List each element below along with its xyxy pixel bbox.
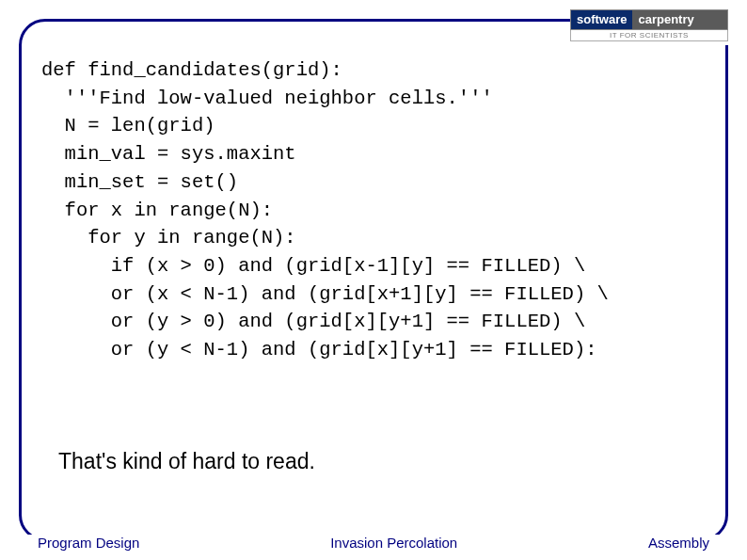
slide-footer: Program Design Invasion Percolation Asse… (0, 535, 747, 551)
code-line-1: def find_candidates(grid): (41, 59, 342, 81)
logo-top-row: software carpentry (570, 9, 728, 30)
logo-tagline: IT FOR SCIENTISTS (570, 30, 728, 41)
logo-word-software: software (571, 10, 632, 29)
code-line-5: min_set = set() (41, 171, 238, 193)
code-line-8: if (x > 0) and (grid[x-1][y] == FILLED) … (41, 255, 585, 277)
logo-word-carpentry: carpentry (632, 10, 727, 29)
code-block: def find_candidates(grid): '''Find low-v… (41, 56, 719, 364)
code-line-11: or (y < N-1) and (grid[x][y+1] == FILLED… (41, 339, 597, 360)
code-line-6: for x in range(N): (41, 200, 273, 221)
code-line-10: or (y > 0) and (grid[x][y+1] == FILLED) … (41, 311, 585, 332)
footer-right: Assembly (643, 535, 715, 551)
software-carpentry-logo: software carpentry IT FOR SCIENTISTS (570, 8, 728, 45)
footer-center: Invasion Percolation (325, 535, 463, 551)
code-line-3: N = len(grid) (41, 115, 215, 136)
code-line-4: min_val = sys.maxint (41, 143, 296, 165)
code-line-9: or (x < N-1) and (grid[x+1][y] == FILLED… (41, 283, 609, 305)
code-line-7: for y in range(N): (41, 227, 296, 248)
slide-comment: That's kind of hard to read. (58, 449, 315, 474)
code-line-2: '''Find low-valued neighbor cells.''' (41, 88, 493, 109)
footer-left: Program Design (32, 535, 145, 551)
